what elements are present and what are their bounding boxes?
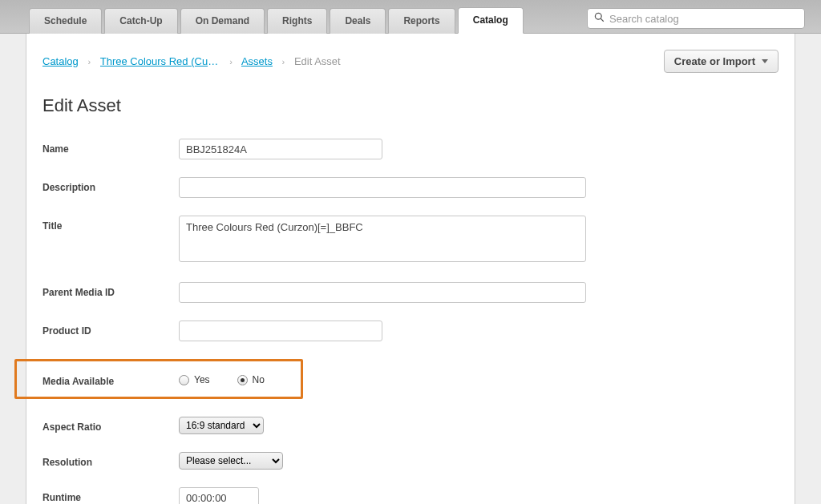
radio-label: No [253, 374, 265, 385]
runtime-input[interactable] [179, 487, 259, 504]
label-product-id: Product ID [42, 321, 179, 337]
label-description: Description [42, 177, 179, 193]
description-input[interactable] [179, 177, 586, 198]
label-media-available: Media Available [42, 371, 179, 387]
product-id-input[interactable] [179, 321, 382, 341]
tab-on-demand[interactable]: On Demand [180, 8, 265, 34]
main-panel: Catalog › Three Colours Red (Curz… › Ass… [26, 34, 795, 504]
search-input[interactable] [609, 13, 798, 25]
tab-reports[interactable]: Reports [388, 8, 455, 34]
aspect-ratio-select[interactable]: 16:9 standard [179, 417, 264, 434]
label-runtime: Runtime [42, 487, 179, 503]
page-title: Edit Asset [42, 95, 779, 116]
parent-media-id-input[interactable] [179, 282, 586, 303]
breadcrumb-catalog[interactable]: Catalog [42, 55, 79, 67]
breadcrumb-assets[interactable]: Assets [241, 55, 273, 67]
label-aspect-ratio: Aspect Ratio [42, 417, 179, 433]
tab-schedule[interactable]: Schedule [29, 8, 102, 34]
radio-icon [237, 375, 248, 385]
tab-deals[interactable]: Deals [330, 8, 386, 34]
search-icon [594, 12, 605, 25]
search-box[interactable] [587, 8, 805, 29]
tab-catch-up[interactable]: Catch-Up [104, 8, 177, 34]
caret-down-icon [762, 59, 768, 63]
breadcrumb: Catalog › Three Colours Red (Curz… › Ass… [42, 55, 341, 67]
tab-rights[interactable]: Rights [267, 8, 327, 34]
resolution-select[interactable]: Please select... [179, 452, 283, 470]
top-tab-bar: Schedule Catch-Up On Demand Rights Deals… [0, 0, 821, 34]
create-or-import-button[interactable]: Create or Import [664, 50, 779, 73]
media-available-yes[interactable]: Yes [179, 374, 210, 385]
name-input[interactable] [179, 139, 382, 159]
breadcrumb-sep: › [282, 57, 285, 67]
breadcrumb-sep: › [87, 57, 91, 67]
title-input[interactable]: Three Colours Red (Curzon)[=]_BBFC [179, 216, 586, 262]
radio-icon [179, 375, 189, 385]
label-title: Title [42, 216, 179, 232]
breadcrumb-sep: › [229, 57, 233, 67]
label-name: Name [42, 139, 179, 155]
radio-label: Yes [194, 374, 210, 385]
create-or-import-label: Create or Import [674, 55, 755, 67]
media-available-highlight: Media Available Yes No [14, 359, 303, 399]
breadcrumb-title[interactable]: Three Colours Red (Curz… [100, 55, 220, 67]
breadcrumb-current: Edit Asset [294, 55, 341, 67]
label-parent-media-id: Parent Media ID [42, 282, 179, 298]
tab-catalog[interactable]: Catalog [458, 7, 524, 34]
media-available-no[interactable]: No [237, 374, 265, 385]
tab-strip: Schedule Catch-Up On Demand Rights Deals… [29, 6, 563, 33]
label-resolution: Resolution [42, 452, 179, 468]
